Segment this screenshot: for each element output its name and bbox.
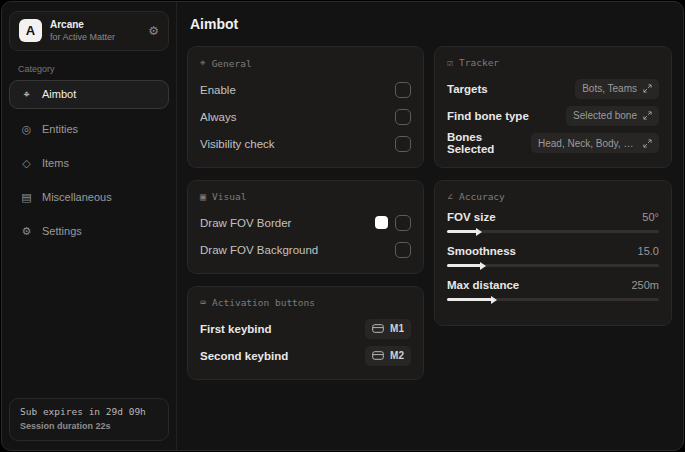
subscription-card: Sub expires in 29d 09h Session duration …	[9, 398, 169, 441]
visual-card: ▣ Visual Draw FOV Border Draw FOV Backgr…	[187, 180, 424, 274]
max-distance-value: 250m	[631, 279, 659, 291]
expand-icon	[643, 139, 652, 148]
fov-size-group: FOV size 50°	[447, 211, 659, 233]
general-card-title: General	[212, 58, 252, 69]
always-label: Always	[200, 111, 236, 123]
gear-icon[interactable]: ⚙	[148, 24, 159, 38]
tracker-card: ☑ Tracker Targets Bots, Teams Fin	[434, 46, 672, 168]
sidebar-item-label: Aimbot	[42, 88, 76, 100]
find-bone-type-label: Find bone type	[447, 110, 529, 122]
entities-icon: ◎	[20, 123, 33, 136]
crosshair-icon: ⌖	[20, 88, 33, 101]
sidebar-item-label: Miscellaneous	[42, 191, 112, 203]
find-bone-type-row: Find bone type Selected bone	[447, 104, 659, 127]
brand-subtitle: for Active Matter	[50, 32, 140, 43]
second-keybind-button[interactable]: M2	[365, 346, 411, 366]
targets-dropdown[interactable]: Bots, Teams	[575, 79, 659, 99]
slider-thumb[interactable]	[491, 296, 497, 304]
sub-expiry-text: Sub expires in 29d 09h	[20, 405, 158, 419]
brand-card: A Arcane for Active Matter ⚙	[9, 11, 169, 51]
max-distance-slider[interactable]	[447, 298, 659, 301]
sidebar: A Arcane for Active Matter ⚙ Category ⌖ …	[2, 2, 177, 450]
expand-icon	[643, 111, 652, 120]
targets-label: Targets	[447, 83, 488, 95]
sidebar-item-settings[interactable]: ⚙ Settings	[9, 218, 169, 245]
activation-buttons-card: ⌨ Activation buttons First keybind M1	[187, 286, 424, 380]
find-bone-type-dropdown[interactable]: Selected bone	[566, 106, 659, 126]
general-card: ⌖ General Enable Always Visibility check	[187, 46, 424, 168]
smoothness-group: Smoothness 15.0	[447, 245, 659, 267]
mouse-icon	[372, 351, 384, 360]
category-label: Category	[18, 64, 169, 74]
brand-logo: A	[19, 19, 42, 42]
tracker-card-title: Tracker	[459, 57, 499, 68]
main-panel: Aimbot ⌖ General Enable Always	[177, 2, 683, 450]
image-icon: ▣	[200, 191, 206, 202]
visibility-check-checkbox[interactable]	[395, 136, 411, 152]
sidebar-item-label: Entities	[42, 123, 78, 135]
sidebar-item-label: Settings	[42, 225, 82, 237]
fov-size-label: FOV size	[447, 211, 496, 223]
second-keybind-label: Second keybind	[200, 350, 288, 362]
crosshair-icon: ⌖	[200, 57, 206, 69]
brand-title: Arcane	[50, 19, 140, 32]
page-title: Aimbot	[190, 16, 673, 32]
fov-size-slider[interactable]	[447, 230, 659, 233]
sidebar-item-entities[interactable]: ◎ Entities	[9, 116, 169, 143]
fov-border-color-swatch[interactable]	[375, 216, 388, 229]
bones-selected-row: Bones Selected Head, Neck, Body, Pe…	[447, 131, 659, 155]
sidebar-item-miscellaneous[interactable]: ▤ Miscellaneous	[9, 184, 169, 211]
sidebar-item-items[interactable]: ◇ Items	[9, 150, 169, 177]
slider-thumb[interactable]	[480, 262, 486, 270]
gear-icon: ⚙	[20, 225, 33, 238]
draw-fov-border-row: Draw FOV Border	[200, 211, 411, 234]
keyboard-icon: ⌨	[200, 297, 206, 308]
draw-fov-border-checkbox[interactable]	[395, 215, 411, 231]
bones-selected-dropdown[interactable]: Head, Neck, Body, Pe…	[531, 133, 659, 153]
app-window: A Arcane for Active Matter ⚙ Category ⌖ …	[1, 1, 684, 451]
fov-size-value: 50°	[642, 211, 659, 223]
draw-fov-background-row: Draw FOV Background	[200, 238, 411, 261]
smoothness-slider[interactable]	[447, 264, 659, 267]
smoothness-label: Smoothness	[447, 245, 516, 257]
visibility-check-row: Visibility check	[200, 132, 411, 155]
draw-fov-background-checkbox[interactable]	[395, 242, 411, 258]
mouse-icon	[372, 324, 384, 333]
always-checkbox[interactable]	[395, 109, 411, 125]
accuracy-card: ∠ Accuracy FOV size 50°	[434, 180, 672, 326]
max-distance-label: Max distance	[447, 279, 519, 291]
max-distance-group: Max distance 250m	[447, 279, 659, 301]
checkbox-icon: ☑	[447, 57, 453, 68]
session-duration-text: Session duration 22s	[20, 420, 158, 434]
first-keybind-button[interactable]: M1	[365, 319, 411, 339]
bones-selected-label: Bones Selected	[447, 131, 531, 155]
sidebar-item-aimbot[interactable]: ⌖ Aimbot	[9, 80, 169, 109]
visibility-check-label: Visibility check	[200, 138, 275, 150]
expand-icon	[643, 84, 652, 93]
enable-row: Enable	[200, 78, 411, 101]
enable-label: Enable	[200, 84, 236, 96]
enable-checkbox[interactable]	[395, 82, 411, 98]
list-icon: ▤	[20, 191, 33, 204]
draw-fov-background-label: Draw FOV Background	[200, 244, 318, 256]
accuracy-card-title: Accuracy	[459, 191, 505, 202]
targets-row: Targets Bots, Teams	[447, 77, 659, 100]
smoothness-value: 15.0	[638, 245, 659, 257]
always-row: Always	[200, 105, 411, 128]
second-keybind-row: Second keybind M2	[200, 344, 411, 367]
first-keybind-label: First keybind	[200, 323, 272, 335]
slider-thumb[interactable]	[476, 228, 482, 236]
angle-icon: ∠	[447, 191, 453, 202]
draw-fov-border-label: Draw FOV Border	[200, 217, 291, 229]
visual-card-title: Visual	[212, 191, 246, 202]
first-keybind-row: First keybind M1	[200, 317, 411, 340]
sidebar-item-label: Items	[42, 157, 69, 169]
activation-card-title: Activation buttons	[212, 297, 315, 308]
cube-icon: ◇	[20, 157, 33, 170]
